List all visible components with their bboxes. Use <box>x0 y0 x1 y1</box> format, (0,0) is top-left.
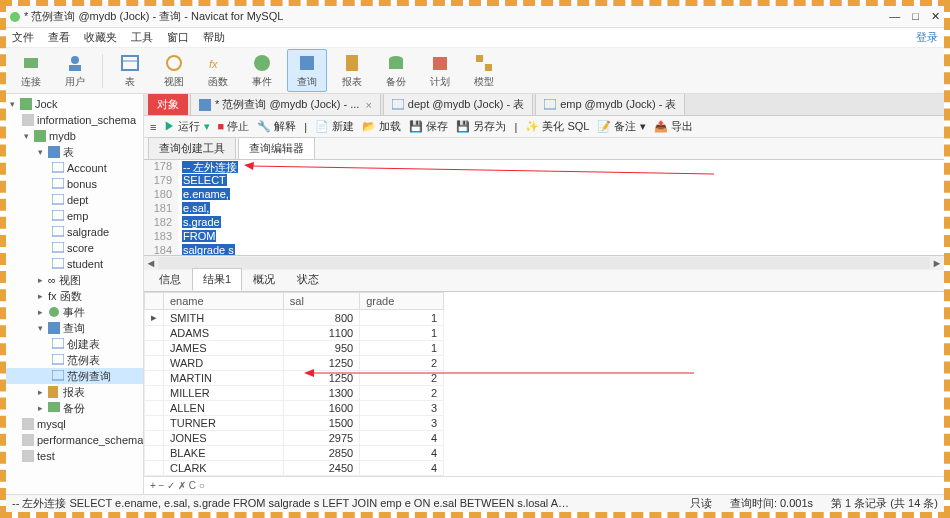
table-icon <box>52 242 64 254</box>
tree-db-mysql[interactable]: mysql <box>37 418 66 430</box>
table-row[interactable]: JAMES9501 <box>145 341 444 356</box>
menu-help[interactable]: 帮助 <box>203 30 225 45</box>
menu-view[interactable]: 查看 <box>48 30 70 45</box>
table-row[interactable]: ▸SMITH8001 <box>145 310 444 326</box>
explain-button[interactable]: 🔧 解释 <box>257 119 296 134</box>
function-button[interactable]: fx函数 <box>199 50 237 91</box>
rtab-status[interactable]: 状态 <box>286 268 330 291</box>
server-icon <box>20 98 32 110</box>
subtab-builder[interactable]: 查询创建工具 <box>148 137 236 159</box>
notes-button[interactable]: 📝 备注 ▾ <box>597 119 645 134</box>
tree-table[interactable]: dept <box>67 194 88 206</box>
col-ename[interactable]: ename <box>164 293 284 310</box>
table-icon <box>52 258 64 270</box>
svg-rect-31 <box>48 386 58 398</box>
col-sal[interactable]: sal <box>283 293 359 310</box>
tree-table[interactable]: Account <box>67 162 107 174</box>
table-row[interactable]: CLARK24504 <box>145 461 444 476</box>
svg-rect-24 <box>52 242 64 252</box>
user-button[interactable]: 用户 <box>56 50 94 91</box>
tree-db-info[interactable]: information_schema <box>37 114 136 126</box>
beautify-button[interactable]: ✨ 美化 SQL <box>525 119 589 134</box>
table-row[interactable]: ALLEN16003 <box>145 401 444 416</box>
tree-query-item[interactable]: 创建表 <box>67 337 100 352</box>
svg-rect-22 <box>52 210 64 220</box>
rtab-info[interactable]: 信息 <box>148 268 192 291</box>
tree-table[interactable]: emp <box>67 210 88 222</box>
tree-reports[interactable]: 报表 <box>63 385 85 400</box>
tree-views[interactable]: ∞ 视图 <box>48 273 81 288</box>
load-button[interactable]: 📂 加载 <box>362 119 401 134</box>
report-button[interactable]: 报表 <box>333 50 371 91</box>
menu-tools[interactable]: 工具 <box>131 30 153 45</box>
run-button[interactable]: ▶ 运行 ▾ <box>164 119 209 134</box>
connect-button[interactable]: 连接 <box>12 50 50 91</box>
new-button[interactable]: 📄 新建 <box>315 119 354 134</box>
saveas-button[interactable]: 💾 另存为 <box>456 119 506 134</box>
tree-table[interactable]: bonus <box>67 178 97 190</box>
db-icon <box>34 130 46 142</box>
menu-window[interactable]: 窗口 <box>167 30 189 45</box>
table-row[interactable]: MILLER13002 <box>145 386 444 401</box>
close-icon[interactable]: × <box>365 99 371 111</box>
menu-icon[interactable]: ≡ <box>150 121 156 133</box>
table-button[interactable]: 表 <box>111 50 149 91</box>
tree-events[interactable]: 事件 <box>63 305 85 320</box>
subtab-editor[interactable]: 查询编辑器 <box>238 137 315 159</box>
table-row[interactable]: TURNER15003 <box>145 416 444 431</box>
document-tabs: 对象 * 范例查询 @mydb (Jock) - ...× dept @mydb… <box>144 94 944 116</box>
minimize-button[interactable]: — <box>889 10 900 23</box>
tree-functions[interactable]: fx 函数 <box>48 289 82 304</box>
tab-query[interactable]: * 范例查询 @mydb (Jock) - ...× <box>190 94 381 115</box>
tree-table[interactable]: student <box>67 258 103 270</box>
tree-db-test[interactable]: test <box>37 450 55 462</box>
tab-objects[interactable]: 对象 <box>148 94 188 115</box>
save-button[interactable]: 💾 保存 <box>409 119 448 134</box>
view-button[interactable]: 视图 <box>155 50 193 91</box>
stop-button[interactable]: ■ 停止 <box>218 119 250 134</box>
tree-table[interactable]: score <box>67 242 94 254</box>
maximize-button[interactable]: □ <box>912 10 919 23</box>
plan-button[interactable]: 计划 <box>421 50 459 91</box>
tab-emp[interactable]: emp @mydb (Jock) - 表 <box>535 94 685 115</box>
table-row[interactable]: ADAMS11001 <box>145 326 444 341</box>
event-button[interactable]: 事件 <box>243 50 281 91</box>
menu-favorites[interactable]: 收藏夹 <box>84 30 117 45</box>
sql-editor[interactable]: 178-- 左外连接179SELECT180 e.ename,181 e.sal… <box>144 160 944 256</box>
tree-table[interactable]: salgrade <box>67 226 109 238</box>
backup-button[interactable]: 备份 <box>377 50 415 91</box>
model-icon <box>473 52 495 74</box>
result-grid[interactable]: enamesalgrade ▸SMITH8001ADAMS11001JAMES9… <box>144 292 944 476</box>
table-row[interactable]: MARTIN12502 <box>145 371 444 386</box>
table-row[interactable]: WARD12502 <box>145 356 444 371</box>
svg-rect-25 <box>52 258 64 268</box>
app-icon <box>10 12 20 22</box>
export-button[interactable]: 📤 导出 <box>654 119 693 134</box>
tree-tables[interactable]: 表 <box>63 145 74 160</box>
tree-db-mydb[interactable]: mydb <box>49 130 76 142</box>
close-button[interactable]: ✕ <box>931 10 940 23</box>
table-row[interactable]: JONES29754 <box>145 431 444 446</box>
tree-queries[interactable]: 查询 <box>63 321 85 336</box>
tree-query-item[interactable]: 范例查询 <box>67 369 111 384</box>
fx-icon: fx <box>207 52 229 74</box>
login-link[interactable]: 登录 <box>916 30 938 45</box>
tree-server[interactable]: Jock <box>35 98 58 110</box>
table-row[interactable]: SCOTT30004 <box>145 476 444 477</box>
table-row[interactable]: BLAKE28504 <box>145 446 444 461</box>
model-button[interactable]: 模型 <box>465 50 503 91</box>
svg-point-7 <box>254 55 270 71</box>
col-grade[interactable]: grade <box>360 293 444 310</box>
tree-backups[interactable]: 备份 <box>63 401 85 416</box>
query-button[interactable]: 查询 <box>287 49 327 92</box>
tree-db-perf[interactable]: performance_schema <box>37 434 143 446</box>
tab-dept[interactable]: dept @mydb (Jock) - 表 <box>383 94 533 115</box>
grid-nav-bar[interactable]: + − ✓ ✗ C ○ <box>144 476 944 494</box>
rtab-result[interactable]: 结果1 <box>192 268 242 291</box>
connection-tree[interactable]: ▾Jock information_schema ▾mydb ▾表 Accoun… <box>6 94 144 494</box>
table-icon <box>52 226 64 238</box>
svg-rect-32 <box>48 402 60 412</box>
rtab-profile[interactable]: 概况 <box>242 268 286 291</box>
menu-file[interactable]: 文件 <box>12 30 34 45</box>
tree-query-item[interactable]: 范例表 <box>67 353 100 368</box>
